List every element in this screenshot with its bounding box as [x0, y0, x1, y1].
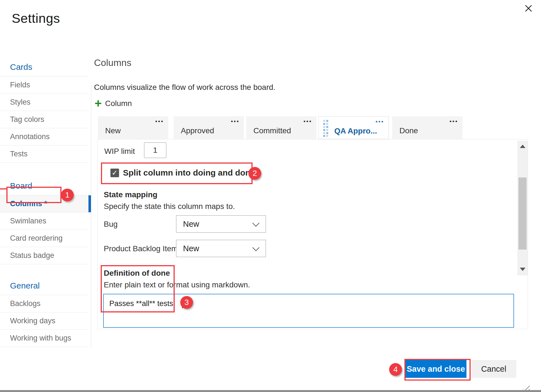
- split-column-checkbox[interactable]: ✓: [110, 169, 119, 177]
- add-column-label: Column: [105, 99, 132, 108]
- content-heading: Columns: [94, 57, 131, 68]
- scroll-up-icon[interactable]: [520, 145, 525, 148]
- tab-menu-icon[interactable]: •••: [303, 118, 312, 125]
- text-cursor: [182, 299, 183, 308]
- window-bottom-edge: [0, 390, 541, 392]
- definition-of-done-textarea[interactable]: Passes **all** tests.: [103, 294, 514, 328]
- chevron-down-icon: [252, 244, 259, 251]
- sidebar-divider: [91, 85, 91, 348]
- sidebar-item-styles[interactable]: Styles: [0, 94, 88, 111]
- pbi-state-dropdown[interactable]: New: [176, 240, 266, 257]
- sidebar-item-fields[interactable]: Fields: [0, 77, 88, 94]
- tab-menu-icon[interactable]: •••: [376, 118, 384, 125]
- plus-icon: +: [95, 98, 102, 109]
- tab-committed[interactable]: ••• Committed: [246, 116, 317, 139]
- sidebar-item-backlogs[interactable]: Backlogs: [0, 295, 88, 312]
- state-mapping-subtitle: Specify the state this column maps to.: [104, 202, 235, 211]
- tab-done[interactable]: ••• Done: [392, 116, 463, 139]
- wip-limit-input[interactable]: [144, 142, 166, 158]
- page-title: Settings: [12, 11, 60, 26]
- product-backlog-item-label: Product Backlog Item: [104, 244, 178, 253]
- wip-limit-label: WIP limit: [104, 147, 135, 156]
- split-column-label: Split column into doing and done: [123, 168, 255, 177]
- scroll-down-icon[interactable]: [520, 268, 525, 271]
- sidebar-item-card-reordering[interactable]: Card reordering: [0, 230, 88, 247]
- sidebar-item-tag-colors[interactable]: Tag colors: [0, 111, 88, 128]
- tab-new[interactable]: ••• New: [98, 116, 168, 139]
- sidebar-section-board: Board: [0, 163, 88, 195]
- settings-sidebar: Cards Fields Styles Tag colors Annotatio…: [0, 42, 88, 347]
- tab-menu-icon[interactable]: •••: [155, 118, 164, 125]
- bug-state-dropdown[interactable]: New: [176, 215, 266, 233]
- bug-label: Bug: [104, 220, 118, 229]
- tab-menu-icon[interactable]: •••: [449, 118, 458, 125]
- close-button[interactable]: [523, 3, 534, 14]
- checkmark-icon: ✓: [112, 169, 118, 177]
- content-description: Columns visualize the flow of work acros…: [94, 83, 275, 92]
- add-column-button[interactable]: + Column: [95, 98, 132, 109]
- drag-grip-icon: [323, 119, 330, 137]
- tab-qa-approved[interactable]: ••• QA Appro...: [318, 116, 389, 139]
- annotation-badge-4: 4: [389, 363, 402, 376]
- definition-of-done-subtitle: Enter plain text or format using markdow…: [104, 280, 250, 289]
- sidebar-item-working-with-bugs[interactable]: Working with bugs: [0, 330, 88, 347]
- vertical-scrollbar-thumb[interactable]: [518, 177, 527, 250]
- sidebar-item-columns[interactable]: Columns *: [0, 195, 88, 213]
- definition-text: Passes **all** tests.: [109, 299, 175, 308]
- resize-grip[interactable]: [522, 384, 530, 391]
- chevron-down-icon: [252, 220, 259, 226]
- settings-dialog: Settings Cards Fields Styles Tag colors …: [0, 0, 541, 392]
- sidebar-item-annotations[interactable]: Annotations: [0, 128, 88, 146]
- cancel-button[interactable]: Cancel: [471, 360, 516, 378]
- sidebar-item-swimlanes[interactable]: Swimlanes: [0, 213, 88, 230]
- save-and-close-button[interactable]: Save and close: [405, 360, 466, 378]
- state-mapping-title: State mapping: [104, 190, 157, 199]
- sidebar-section-general: General: [0, 264, 88, 295]
- tab-menu-icon[interactable]: •••: [231, 118, 239, 125]
- definition-of-done-title: Definition of done: [104, 269, 170, 278]
- tab-approved[interactable]: ••• Approved: [174, 116, 244, 139]
- sidebar-item-tests[interactable]: Tests: [0, 146, 88, 163]
- sidebar-item-working-days[interactable]: Working days: [0, 312, 88, 330]
- sidebar-section-cards: Cards: [0, 42, 88, 77]
- sidebar-item-status-badge[interactable]: Status badge: [0, 247, 88, 264]
- close-icon: [523, 3, 534, 14]
